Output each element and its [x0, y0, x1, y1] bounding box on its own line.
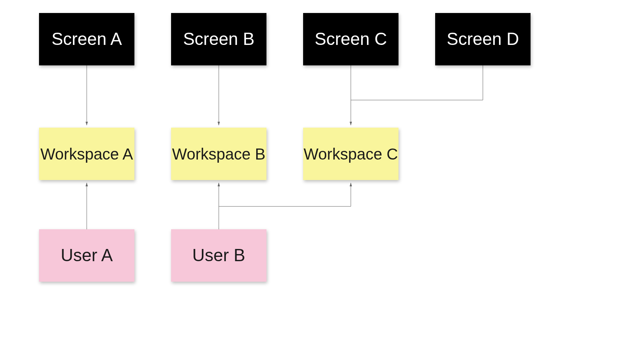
edge-user-b-to-workspace-c — [219, 183, 351, 206]
node-workspace-b[interactable]: Workspace B — [171, 128, 266, 180]
node-workspace-a[interactable]: Workspace A — [39, 128, 134, 180]
node-label: User B — [192, 245, 245, 266]
node-user-a[interactable]: User A — [39, 229, 134, 282]
node-label: Screen C — [315, 29, 387, 50]
node-screen-b[interactable]: Screen B — [171, 13, 266, 65]
node-user-b[interactable]: User B — [171, 229, 266, 282]
node-label: Screen D — [447, 29, 519, 50]
edge-screen-d-to-workspace-c — [351, 65, 483, 100]
node-workspace-c[interactable]: Workspace C — [303, 128, 399, 180]
node-screen-d[interactable]: Screen D — [435, 13, 531, 65]
node-label: Workspace C — [304, 145, 398, 163]
node-label: Screen A — [52, 29, 122, 50]
node-screen-c[interactable]: Screen C — [303, 13, 399, 65]
node-label: Workspace B — [172, 145, 265, 163]
node-screen-a[interactable]: Screen A — [39, 13, 134, 65]
diagram-canvas: Screen A Screen B Screen C Screen D Work… — [0, 0, 622, 364]
node-label: Screen B — [183, 29, 255, 50]
node-label: User A — [61, 245, 113, 266]
node-label: Workspace A — [41, 145, 133, 163]
